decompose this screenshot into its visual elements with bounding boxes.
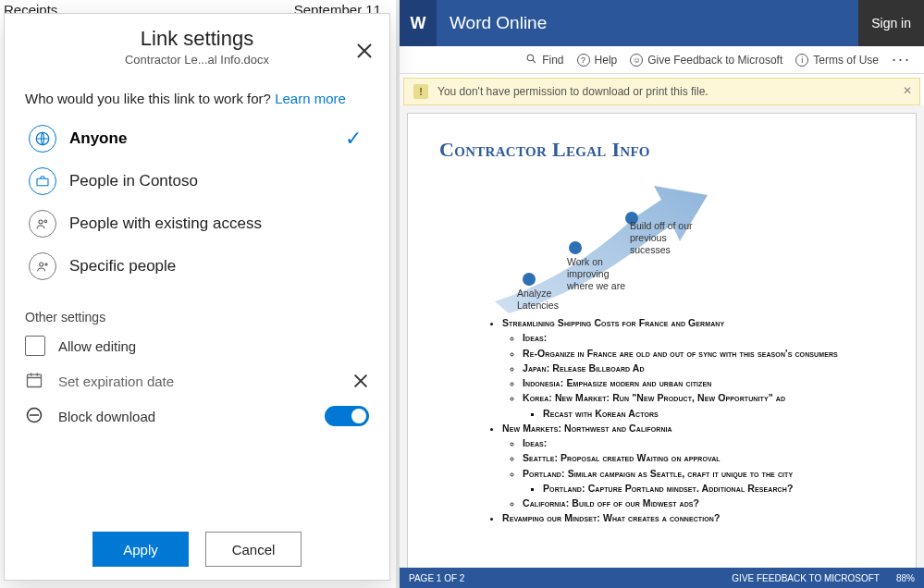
word-online-panel: W Word Online Sign in Find ? Help ☺ Give… <box>400 0 924 588</box>
option-label: Specific people <box>69 257 176 276</box>
dialog-header: Link settings Contractor Le...al Info.do… <box>5 14 389 74</box>
search-icon <box>525 53 537 67</box>
help-button[interactable]: ? Help <box>577 54 618 67</box>
list-item: Ideas: <box>523 435 884 450</box>
list-item: Streamlining Shipping Costs for France a… <box>502 317 724 328</box>
status-bar: PAGE 1 OF 2 GIVE FEEDBACK TO MICROSOFT 8… <box>400 568 924 588</box>
expiration-row[interactable]: Set expiration date <box>5 363 389 398</box>
feedback-button[interactable]: ☺ Give Feedback to Microsoft <box>630 54 782 67</box>
link-settings-dialog: Link settings Contractor Le...al Info.do… <box>4 13 390 581</box>
app-name: Word Online <box>437 13 547 33</box>
svg-point-4 <box>40 263 43 266</box>
status-feedback[interactable]: GIVE FEEDBACK TO MICROSOFT <box>732 573 880 583</box>
list-item: Japan: Release Billboard Ad <box>523 361 884 375</box>
link-settings-panel: Receipts September 11 Link settings Cont… <box>0 0 400 588</box>
cancel-button[interactable]: Cancel <box>205 532 302 567</box>
block-download-toggle[interactable] <box>325 406 369 426</box>
option-label: People with existing access <box>69 214 262 233</box>
option-org[interactable]: People in Contoso <box>21 160 380 202</box>
calendar-icon <box>25 371 45 391</box>
document-page: Contractor Legal Info Analyze Latencies … <box>407 113 917 568</box>
document-body: Streamlining Shipping Costs for France a… <box>486 315 884 526</box>
list-item: Recast with Korean Actors <box>543 406 884 421</box>
apply-button[interactable]: Apply <box>92 532 189 567</box>
help-label: Help <box>595 54 618 67</box>
block-icon <box>25 406 45 426</box>
block-download-label: Block download <box>58 409 155 424</box>
list-item: Portland: Similar campaign as Seattle, c… <box>523 468 793 479</box>
word-toolbar: Find ? Help ☺ Give Feedback to Microsoft… <box>400 46 924 74</box>
list-item: New Markets: Northwest and California <box>502 423 672 434</box>
warning-icon: ! <box>413 84 428 99</box>
expiration-label: Set expiration date <box>58 374 174 389</box>
caption-2: Work on improving where we are <box>567 256 632 292</box>
word-header: W Word Online Sign in <box>400 0 924 46</box>
doc-title: Contractor Legal Info <box>439 138 884 162</box>
list-item: Re-Organize in France are old and out of… <box>523 346 884 361</box>
milestone-dot-icon <box>523 273 536 286</box>
dialog-footer: Apply Cancel <box>5 532 389 567</box>
dialog-title: Link settings <box>14 27 380 51</box>
smiley-icon: ☺ <box>630 54 643 67</box>
option-specific[interactable]: Specific people <box>21 245 380 288</box>
terms-button[interactable]: i Terms of Use <box>795 54 879 67</box>
option-label: People in Contoso <box>69 172 198 190</box>
banner-close-icon[interactable]: ✕ <box>903 84 912 97</box>
svg-point-7 <box>527 55 534 60</box>
list-item: California: Build off of our Midwest ads… <box>523 496 884 510</box>
find-button[interactable]: Find <box>525 53 563 67</box>
clear-expiration-icon[interactable] <box>352 373 369 389</box>
dialog-subtitle: Contractor Le...al Info.docx <box>14 53 380 67</box>
document-viewport[interactable]: Contractor Legal Info Analyze Latencies … <box>400 105 924 568</box>
allow-editing-row[interactable]: Allow editing <box>5 328 389 363</box>
svg-rect-5 <box>28 374 42 386</box>
svg-rect-1 <box>37 178 48 185</box>
svg-point-3 <box>44 220 47 223</box>
close-icon[interactable] <box>354 42 375 62</box>
option-anyone[interactable]: Anyone ✓ <box>21 117 380 160</box>
list-item: Revamping our Mindset: What creates a co… <box>502 510 884 525</box>
list-item: Ideas: <box>523 330 884 345</box>
permission-banner: ! You don't have permission to download … <box>403 78 920 105</box>
terms-label: Terms of Use <box>813 54 879 67</box>
info-icon: i <box>795 54 808 67</box>
audience-options: Anyone ✓ People in Contoso People with e… <box>5 116 389 293</box>
block-download-row: Block download <box>5 398 389 434</box>
other-settings-label: Other settings <box>5 293 389 328</box>
list-item: Indonesia: Emphasize modern and urban ci… <box>523 375 884 390</box>
milestone-dot-icon <box>569 241 582 254</box>
zoom-level[interactable]: 88% <box>896 573 915 583</box>
allow-editing-label: Allow editing <box>58 338 136 354</box>
word-logo-icon: W <box>400 0 437 46</box>
checkbox-icon[interactable] <box>25 336 45 356</box>
find-label: Find <box>542 54 563 67</box>
banner-text: You don't have permission to download or… <box>437 85 708 98</box>
people-add-icon <box>29 252 56 280</box>
option-label: Anyone <box>69 129 127 148</box>
people-existing-icon <box>29 210 56 238</box>
page-indicator[interactable]: PAGE 1 OF 2 <box>409 573 464 583</box>
list-item: Portland: Capture Portland mindset. Addi… <box>543 481 884 496</box>
option-existing[interactable]: People with existing access <box>21 202 380 245</box>
help-icon: ? <box>577 54 590 67</box>
list-item: Korea: New Market: Run "New Product, New… <box>523 392 785 403</box>
briefcase-icon <box>29 167 56 195</box>
learn-more-link[interactable]: Learn more <box>275 91 346 106</box>
globe-icon <box>29 125 56 153</box>
svg-point-2 <box>39 220 43 224</box>
checkmark-icon: ✓ <box>345 127 373 151</box>
more-button[interactable]: ··· <box>892 50 911 69</box>
process-arrow-graphic: Analyze Latencies Work on improving wher… <box>439 167 884 315</box>
prompt-text: Who would you like this link to work for… <box>5 74 389 116</box>
signin-button[interactable]: Sign in <box>858 0 924 46</box>
list-item: Seattle: Proposal created Waiting on app… <box>523 450 884 465</box>
caption-3: Build off of our previous sucesses <box>630 220 698 256</box>
prompt-pre: Who would you like this link to work for… <box>25 91 275 106</box>
feedback-label: Give Feedback to Microsoft <box>647 54 782 67</box>
